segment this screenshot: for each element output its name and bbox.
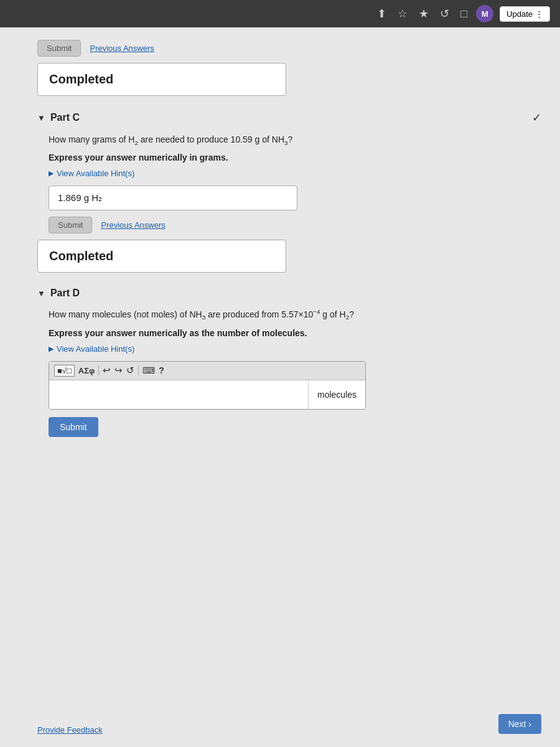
molecules-unit-label: molecules (308, 380, 365, 409)
part-c-toggle[interactable]: ▼ (37, 113, 45, 123)
part-c-actions: Submit Previous Answers (37, 217, 541, 233)
part-c-hint-link[interactable]: View Available Hint(s) (37, 169, 541, 178)
part-c-answer-display: 1.869 g H₂ (49, 186, 297, 210)
eq-input-field[interactable] (49, 380, 308, 409)
next-button[interactable]: Next › (498, 714, 541, 734)
eq-undo-icon[interactable]: ↩ (103, 365, 111, 376)
eq-help-icon[interactable]: ? (159, 365, 164, 375)
avatar[interactable]: M (476, 5, 493, 22)
part-c-completed-box: Completed (37, 240, 286, 273)
eq-separator-2 (138, 365, 139, 375)
eq-symbols-icon[interactable]: ΑΣφ (78, 366, 95, 375)
part-d-submit-button[interactable]: Submit (49, 417, 98, 437)
eq-reset-icon[interactable]: ↺ (126, 365, 134, 376)
part-d-title: Part D (50, 288, 80, 299)
eq-keyboard-icon[interactable]: ⌨ (142, 365, 155, 375)
top-previous-answers-link[interactable]: Previous Answers (90, 44, 154, 53)
part-d-hint-link[interactable]: View Available Hint(s) (37, 344, 541, 354)
eq-redo-icon[interactable]: ↪ (114, 365, 123, 376)
part-d-question: How many molecules (not moles) of NH3 ar… (37, 308, 541, 322)
part-d-section: ▼ Part D How many molecules (not moles) … (37, 288, 541, 436)
part-c-previous-answers-link[interactable]: Previous Answers (101, 220, 165, 230)
browser-bar: ⬆ ☆ ★ ↺ □ M Update ⋮ (0, 0, 560, 27)
bottom-bar: Provide Feedback Next › (0, 713, 560, 747)
bookmark-icon[interactable]: ★ (416, 4, 431, 23)
part-d-header: ▼ Part D (37, 288, 541, 299)
more-options-icon: ⋮ (535, 9, 543, 19)
part-c-instruction: Express your answer numerically in grams… (37, 153, 541, 162)
refresh-icon[interactable]: ↺ (437, 4, 452, 23)
part-c-question: How many grams of H2 are needed to produ… (37, 133, 541, 148)
eq-separator-1 (98, 365, 99, 375)
provide-feedback-link[interactable]: Provide Feedback (37, 725, 103, 735)
completed-box-1: Completed (37, 63, 286, 96)
part-c-title: Part C (50, 112, 80, 123)
main-content: Submit Previous Answers Completed ▼ Part… (0, 27, 560, 713)
top-submit-button[interactable]: Submit (37, 40, 81, 57)
part-d-instruction: Express your answer numerically as the n… (37, 328, 541, 338)
share-icon[interactable]: ⬆ (375, 4, 389, 23)
eq-checkbox-icon[interactable]: ■√□ (54, 365, 75, 377)
update-button[interactable]: Update ⋮ (500, 6, 550, 22)
part-c-checkmark: ✓ (532, 111, 541, 125)
top-actions-row: Submit Previous Answers (37, 40, 541, 57)
part-d-toggle[interactable]: ▼ (37, 289, 45, 298)
part-c-section: ▼ Part C ✓ How many grams of H2 are need… (37, 111, 541, 273)
part-c-submit-button[interactable]: Submit (49, 217, 92, 233)
equation-editor: ■√□ ΑΣφ ↩ ↪ ↺ ⌨ ? (49, 361, 366, 410)
star-icon[interactable]: ☆ (395, 4, 410, 23)
part-c-header: ▼ Part C ✓ (37, 111, 541, 125)
window-icon[interactable]: □ (458, 5, 470, 23)
